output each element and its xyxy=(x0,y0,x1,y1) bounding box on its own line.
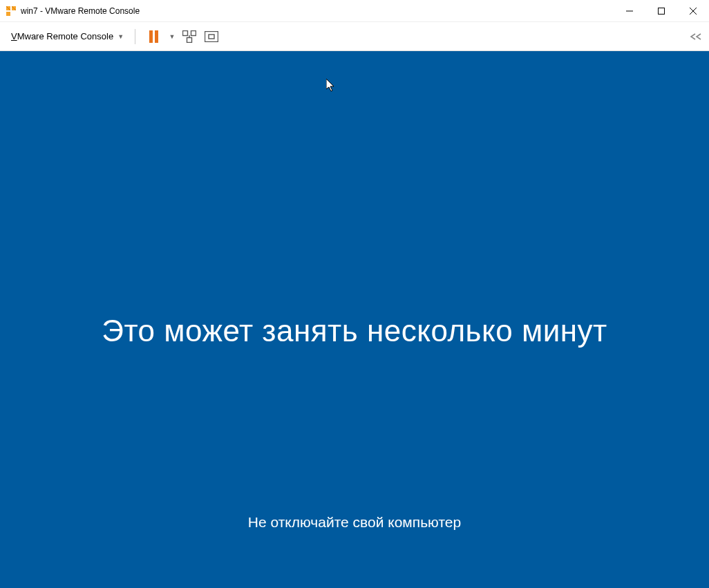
menu-label-rest: Mware Remote Console xyxy=(17,31,113,41)
pause-button[interactable] xyxy=(144,27,163,46)
toolbar-separator xyxy=(135,29,135,44)
svg-rect-11 xyxy=(205,31,218,41)
titlebar: win7 - VMware Remote Console xyxy=(0,0,709,22)
svg-rect-7 xyxy=(183,30,188,35)
fullscreen-button[interactable] xyxy=(202,27,221,46)
minimize-button[interactable] xyxy=(614,0,645,21)
menu-accelerator: V xyxy=(11,31,17,41)
send-ctrl-alt-del-button[interactable] xyxy=(180,27,199,46)
update-main-message: Это может занять несколько минут xyxy=(0,314,709,348)
toolbar: VMware Remote Console ▼ ▼ xyxy=(0,22,709,51)
svg-rect-4 xyxy=(659,8,665,14)
window-controls xyxy=(614,0,709,21)
power-menu-button[interactable]: ▼ xyxy=(166,27,177,46)
guest-display[interactable]: Это может занять несколько минут Не откл… xyxy=(0,51,709,588)
update-sub-message: Не отключайте свой компьютер xyxy=(0,514,709,531)
app-icon xyxy=(6,6,17,17)
send-keys-icon xyxy=(182,30,196,43)
maximize-button[interactable] xyxy=(645,0,677,21)
mouse-cursor-icon xyxy=(326,79,336,93)
double-chevron-left-icon xyxy=(690,33,702,40)
fullscreen-icon xyxy=(205,31,218,42)
pause-icon xyxy=(149,30,158,43)
svg-rect-8 xyxy=(191,30,196,35)
svg-rect-12 xyxy=(209,35,214,39)
chevron-down-icon: ▼ xyxy=(169,33,176,40)
close-button[interactable] xyxy=(677,0,709,21)
collapse-toolbar-button[interactable] xyxy=(690,33,702,40)
svg-rect-2 xyxy=(6,12,10,16)
vmware-menu-button[interactable]: VMware Remote Console ▼ xyxy=(7,28,128,44)
chevron-down-icon: ▼ xyxy=(117,33,124,40)
window-title: win7 - VMware Remote Console xyxy=(21,6,614,16)
svg-rect-9 xyxy=(187,37,192,42)
